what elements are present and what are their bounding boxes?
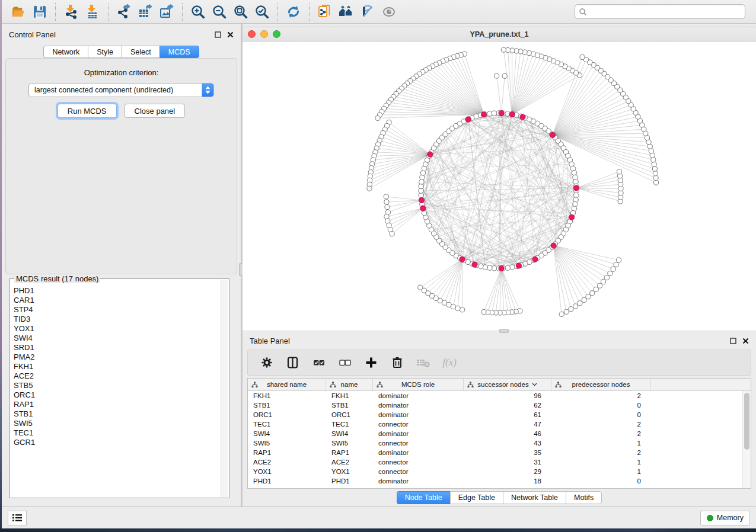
cell-name[interactable]: ORC1 [326,411,373,418]
mcds-result-item[interactable]: SWI4 [14,334,221,343]
memory-button[interactable]: Memory [700,511,750,525]
export-table-icon[interactable] [136,3,154,21]
cell-mcds-role[interactable]: dominator [373,411,464,418]
float-panel-icon[interactable] [215,31,221,38]
cell-successor-nodes[interactable]: 47 [464,421,551,428]
zoom-out-icon[interactable] [210,3,228,21]
close-panel-icon[interactable] [742,338,749,344]
table-row[interactable]: TEC1TEC1connector472 [248,419,742,429]
cell-successor-nodes[interactable]: 61 [464,411,551,418]
mcds-result-scrollbar[interactable] [221,280,228,497]
task-history-button[interactable] [8,511,27,525]
mcds-result-item[interactable]: GCR1 [14,438,221,447]
hide-graphics-details-icon[interactable] [359,3,377,21]
mcds-result-item[interactable]: STB5 [14,381,221,390]
column-header-name[interactable]: name [326,379,373,390]
column-header-predecessor-nodes[interactable]: predecessor nodes [551,379,651,390]
show-graphics-details-icon[interactable] [380,3,398,21]
cell-shared-name[interactable]: TEC1 [248,421,326,428]
open-session-icon[interactable] [9,3,27,21]
close-panel-button[interactable]: Close panel [125,104,186,118]
cell-name[interactable]: STB1 [326,402,373,409]
mcds-result-item[interactable]: CAR1 [14,296,221,305]
cell-mcds-role[interactable]: dominator [373,402,464,409]
cell-predecessor-nodes[interactable]: 1 [551,459,651,466]
cell-mcds-role[interactable]: connector [373,440,464,447]
search-input[interactable] [587,8,741,16]
table-scrollbar[interactable] [742,391,751,488]
cell-successor-nodes[interactable]: 31 [464,459,551,466]
table-row[interactable]: STB1STB1dominator620 [248,400,742,410]
export-network-icon[interactable] [115,3,133,21]
cell-successor-nodes[interactable]: 35 [464,449,551,456]
tab-mcds[interactable]: MCDS [160,46,199,58]
horizontal-splitter-handle[interactable] [499,329,509,333]
cell-predecessor-nodes[interactable]: 2 [551,449,651,456]
tab-node-table[interactable]: Node Table [397,491,450,504]
export-image-icon[interactable] [158,3,176,21]
table-row[interactable]: RAP1RAP1dominator352 [248,448,742,457]
cell-shared-name[interactable]: FKH1 [248,392,326,399]
table-row[interactable]: PHD1PHD1dominator180 [248,476,742,486]
save-session-icon[interactable] [31,3,49,21]
cell-shared-name[interactable]: ACE2 [248,459,326,466]
column-header-shared-name[interactable]: shared name [248,379,326,390]
cell-predecessor-nodes[interactable]: 2 [551,392,651,399]
tab-select[interactable]: Select [122,46,160,58]
mcds-result-item[interactable]: TID3 [14,315,221,324]
cell-mcds-role[interactable]: dominator [373,392,464,399]
cell-shared-name[interactable]: PHD1 [248,477,326,485]
cell-name[interactable]: FKH1 [326,392,373,399]
mcds-result-item[interactable]: SWI5 [14,419,221,428]
table-row[interactable]: SWI4SWI4dominator462 [248,429,742,438]
cell-name[interactable]: SWI4 [326,430,373,437]
show-columns-icon[interactable] [284,354,302,371]
mcds-result-item[interactable]: STB1 [14,409,221,419]
network-graph[interactable] [243,41,756,331]
cell-successor-nodes[interactable]: 62 [464,402,551,409]
network-canvas[interactable] [243,41,756,331]
cell-name[interactable]: RAP1 [326,449,373,456]
mcds-result-item[interactable]: STP4 [14,305,221,315]
cell-successor-nodes[interactable]: 18 [464,477,551,485]
cell-successor-nodes[interactable]: 96 [464,392,551,399]
cell-name[interactable]: PHD1 [326,477,373,485]
select-all-icon[interactable] [310,354,328,371]
cell-predecessor-nodes[interactable]: 1 [551,468,651,475]
mcds-result-item[interactable]: PMA2 [14,352,221,362]
cell-shared-name[interactable]: RAP1 [248,449,326,456]
mcds-result-item[interactable]: FKH1 [14,362,221,371]
cell-mcds-role[interactable]: dominator [373,449,464,456]
cell-shared-name[interactable]: SWI4 [248,430,326,437]
table-body[interactable]: FKH1FKH1dominator962STB1STB1dominator620… [248,391,742,488]
cell-shared-name[interactable]: YOX1 [248,468,326,475]
zoom-in-icon[interactable] [189,3,207,21]
mcds-result-item[interactable]: YOX1 [14,324,221,334]
table-row[interactable]: YOX1YOX1connector291 [248,467,742,476]
table-row[interactable]: ACE2ACE2connector311 [248,457,742,467]
cell-successor-nodes[interactable]: 29 [464,468,551,475]
zoom-fit-icon[interactable] [232,3,250,21]
cell-predecessor-nodes[interactable]: 2 [551,421,651,428]
network-titlebar[interactable]: YPA_prune.txt_1 [243,27,756,41]
cell-mcds-role[interactable]: connector [373,421,464,428]
criterion-dropdown[interactable]: largest connected component (undirected) [28,83,214,97]
cell-name[interactable]: TEC1 [326,421,373,428]
cell-shared-name[interactable]: ORC1 [248,411,326,418]
tab-network-table[interactable]: Network Table [503,491,566,504]
mcds-result-item[interactable]: PHD1 [14,286,221,296]
search-field[interactable] [575,4,745,19]
cell-name[interactable]: YOX1 [326,468,373,475]
cell-predecessor-nodes[interactable]: 2 [551,430,651,437]
mcds-result-item[interactable]: ORC1 [14,390,221,400]
delete-column-icon[interactable] [388,354,406,371]
cell-predecessor-nodes[interactable]: 0 [551,402,651,409]
close-panel-icon[interactable] [227,31,234,38]
float-panel-icon[interactable] [730,338,736,344]
cell-predecessor-nodes[interactable]: 0 [551,477,651,485]
table-row[interactable]: SWI5SWI5connector431 [248,438,742,448]
column-header-successor-nodes[interactable]: successor nodes [464,379,551,390]
import-network-icon[interactable] [62,3,80,21]
mcds-result-item[interactable]: SRD1 [14,343,221,352]
cell-predecessor-nodes[interactable]: 1 [551,440,651,447]
